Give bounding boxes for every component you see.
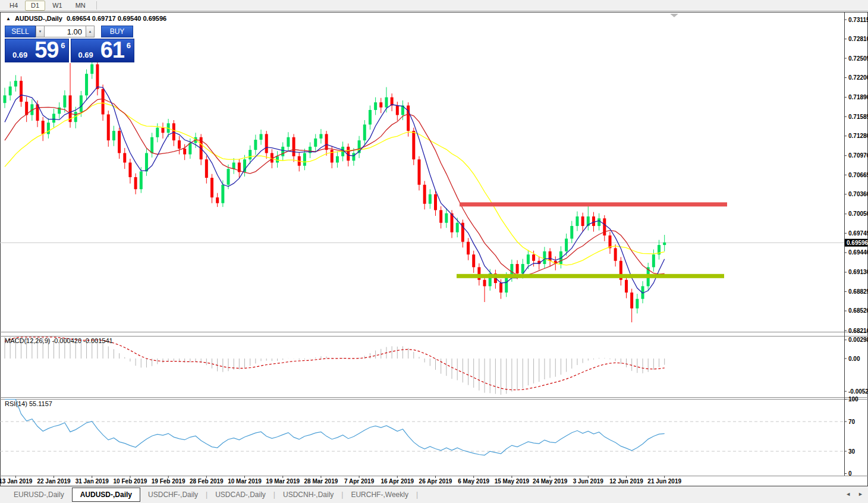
timeframe-button-h4[interactable]: H4 [4,1,24,11]
svg-text:0.72810: 0.72810 [848,36,868,42]
sell-price-sup: 6 [61,41,65,50]
tab-separator: | [416,491,418,499]
tab-scroll-controls: ◄ ► [845,491,863,497]
tab-usdchf-daily[interactable]: USDCHF-,Daily [140,488,206,501]
svg-text:0.72505: 0.72505 [848,55,868,62]
sell-price-big: 59 [34,36,58,64]
svg-text:0.70360: 0.70360 [848,191,868,197]
buy-price-sup: 6 [127,41,131,50]
volume-input[interactable] [45,26,86,37]
sell-price-box[interactable]: 0.69 59 6 [5,39,69,62]
svg-text:0.72200: 0.72200 [848,74,868,81]
application-window: H4D1W1MN MACD(12,26,9) -0.000420 -0.0015… [0,0,868,503]
buy-price-big: 61 [100,36,124,64]
chart-symbol-title: AUDUSD-,Daily [15,15,62,22]
timeframe-button-d1[interactable]: D1 [25,1,45,11]
sell-button[interactable]: SELL [5,26,36,37]
timeframe-button-w1[interactable]: W1 [46,1,68,11]
buy-price-prefix: 0.69 [78,51,93,59]
collapse-chart-icon[interactable]: ▲ [6,16,11,21]
svg-text:0.73115: 0.73115 [848,17,868,23]
svg-text:RSI(14) 55.1157: RSI(14) 55.1157 [5,400,52,407]
spacer [95,26,101,37]
svg-text:0.70970: 0.70970 [848,152,868,159]
svg-text:19 Feb 2019: 19 Feb 2019 [152,478,185,485]
svg-text:0.69596: 0.69596 [847,240,868,246]
svg-text:100: 100 [848,396,858,403]
tab-scroll-left-icon[interactable]: ◄ [845,491,851,497]
svg-text:0.71890: 0.71890 [848,94,868,100]
tab-audusd-daily[interactable]: AUDUSD-,Daily [72,488,140,502]
svg-text:28 Mar 2019: 28 Mar 2019 [304,478,338,485]
toolbar-separator [96,1,97,10]
svg-text:0.69440: 0.69440 [848,249,868,256]
timeframe-button-mn[interactable]: MN [70,1,92,11]
svg-text:22 Jan 2019: 22 Jan 2019 [37,478,71,485]
chart-ohlc-values: 0.69654 0.69717 0.69540 0.69596 [67,15,166,22]
spin-up-icon: ▲ [89,30,92,33]
svg-text:6 May 2019: 6 May 2019 [458,478,489,485]
svg-text:26 Apr 2019: 26 Apr 2019 [419,478,452,485]
volume-decrease-button[interactable]: ▼ [36,26,45,37]
tab-eurchf-weekly[interactable]: EURCHF-,Weekly [343,488,416,501]
svg-text:3 Jun 2019: 3 Jun 2019 [573,478,604,485]
svg-text:0.71280: 0.71280 [848,133,868,139]
spin-down-icon: ▼ [39,30,42,33]
svg-text:MACD(12,26,9) -0.000420 -0.001: MACD(12,26,9) -0.000420 -0.001541 [5,337,113,344]
svg-text:15 May 2019: 15 May 2019 [495,478,530,485]
svg-text:16 Apr 2019: 16 Apr 2019 [380,478,414,485]
support-line[interactable] [457,274,724,278]
svg-text:70: 70 [848,419,856,425]
svg-text:0.69130: 0.69130 [848,269,868,275]
svg-text:28 Feb 2019: 28 Feb 2019 [190,478,224,485]
svg-text:0.00: 0.00 [848,356,860,362]
svg-text:-0.005256: -0.005256 [848,388,868,395]
svg-text:21 Jun 2019: 21 Jun 2019 [647,478,681,485]
svg-text:31 Jan 2019: 31 Jan 2019 [76,478,109,485]
svg-text:10 Mar 2019: 10 Mar 2019 [228,478,262,485]
svg-text:30: 30 [848,448,856,455]
timeframe-toolbar: H4D1W1MN [0,0,868,11]
svg-text:10 Feb 2019: 10 Feb 2019 [114,478,147,485]
svg-text:0.68825: 0.68825 [848,288,868,295]
tab-eurusd-daily[interactable]: EURUSD-,Daily [6,488,72,501]
buy-button[interactable]: BUY [101,26,133,37]
svg-text:0.69745: 0.69745 [848,230,868,237]
tab-usdcad-daily[interactable]: USDCAD-,Daily [207,488,273,501]
tab-usdcnh-daily[interactable]: USDCNH-,Daily [275,488,341,501]
chart-header: ▲ AUDUSD-,Daily 0.69654 0.69717 0.69540 … [6,15,166,22]
svg-text:12 Jun 2019: 12 Jun 2019 [609,478,643,485]
svg-text:0.68210: 0.68210 [848,328,868,334]
svg-text:0.68520: 0.68520 [848,307,868,314]
price-chart-canvas[interactable]: MACD(12,26,9) -0.000420 -0.001541RSI(14)… [0,12,868,486]
buy-price-box[interactable]: 0.69 61 6 [71,39,135,62]
sell-price-prefix: 0.69 [12,51,27,59]
svg-text:0.002984: 0.002984 [848,337,868,343]
volume-increase-button[interactable]: ▲ [86,26,95,37]
svg-text:0.71585: 0.71585 [848,114,868,120]
tab-scroll-right-icon[interactable]: ► [858,491,863,497]
svg-text:0.70050: 0.70050 [848,210,868,217]
one-click-trading-panel: SELL ▼ ▲ BUY 0.69 59 6 0.69 61 6 [5,26,134,62]
svg-text:0.70665: 0.70665 [848,172,868,178]
symbol-tab-bar: EURUSD-,DailyAUDUSD-,DailyUSDCHF-,Daily|… [0,486,868,503]
svg-text:24 May 2019: 24 May 2019 [533,478,568,485]
resistance-line[interactable] [460,202,727,206]
svg-text:13 Jan 2019: 13 Jan 2019 [0,478,33,485]
svg-text:19 Mar 2019: 19 Mar 2019 [266,478,300,485]
svg-text:0: 0 [848,470,852,477]
svg-text:7 Apr 2019: 7 Apr 2019 [344,478,375,485]
